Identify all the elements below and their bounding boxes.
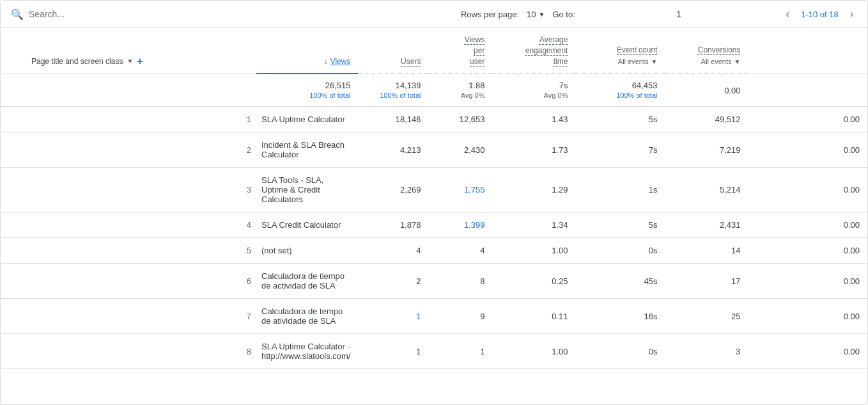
ec-cell-2: 7,219 bbox=[665, 132, 748, 168]
users-cell-1: 12,653 bbox=[428, 107, 492, 132]
aet-cell-6: 45s bbox=[575, 264, 665, 299]
users-column-header[interactable]: Users bbox=[358, 28, 428, 74]
ec-cell-4: 2,431 bbox=[665, 212, 748, 238]
views-column-header[interactable]: ↓ Views bbox=[256, 28, 358, 74]
rows-per-page-select[interactable]: 10 ▼ bbox=[527, 10, 545, 19]
table-row: 7 Calculadora de tempo de atividade de S… bbox=[1, 299, 867, 334]
vpu-cell-4: 1.34 bbox=[492, 212, 575, 238]
aet-cell-2: 7s bbox=[575, 132, 665, 168]
users-label: Users bbox=[401, 57, 421, 66]
totals-conv-cell: 0.00 bbox=[665, 74, 748, 107]
table-row: 3 SLA Tools - SLA, Uptime & Credit Calcu… bbox=[1, 168, 867, 212]
event-count-sub[interactable]: All events bbox=[618, 57, 649, 67]
vpu-label: Views per user bbox=[465, 35, 485, 66]
dim-col-label: Page title and screen class bbox=[31, 56, 123, 67]
page-name-cell-5[interactable]: (not set) bbox=[256, 238, 358, 264]
users-cell-3: 1,755 bbox=[428, 168, 492, 212]
rows-per-page-label: Rows per page: bbox=[461, 10, 519, 19]
vpu-column-header: Views per user bbox=[428, 28, 492, 74]
users-cell-2: 2,430 bbox=[428, 132, 492, 168]
table-header-row: Page title and screen class ▼ + ↓ Views … bbox=[1, 28, 867, 74]
event-count-dropdown-icon[interactable]: ▼ bbox=[651, 58, 658, 67]
pagination-area: Rows per page: 10 ▼ Go to: ‹ 1-10 of 18 … bbox=[461, 7, 857, 21]
conv-cell-2: 0.00 bbox=[748, 132, 867, 168]
conversions-label: Conversions bbox=[698, 45, 741, 54]
prev-page-button[interactable]: ‹ bbox=[782, 7, 793, 21]
views-cell-8: 1 bbox=[358, 334, 428, 369]
page-info: 1-10 of 18 bbox=[801, 10, 839, 19]
totals-users-cell: 14,139 100% of total bbox=[358, 74, 428, 107]
table-row: 8 SLA Uptime Calculator - http://www.sla… bbox=[1, 334, 867, 369]
conv-cell-5: 0.00 bbox=[748, 238, 867, 264]
views-cell-3: 2,269 bbox=[358, 168, 428, 212]
table-row: 5 (not set) 4 4 1.00 0s 14 0.00 bbox=[1, 238, 867, 264]
row-number-8: 8 bbox=[1, 334, 256, 369]
conv-cell-4: 0.00 bbox=[748, 212, 867, 238]
conv-cell-7: 0.00 bbox=[748, 299, 867, 334]
vpu-cell-5: 1.00 bbox=[492, 238, 575, 264]
users-cell-8: 1 bbox=[428, 334, 492, 369]
page-name-cell-4[interactable]: SLA Credit Calculator bbox=[256, 212, 358, 238]
data-table: Page title and screen class ▼ + ↓ Views … bbox=[1, 28, 867, 369]
rows-chevron-icon: ▼ bbox=[538, 11, 545, 18]
users-cell-7: 9 bbox=[428, 299, 492, 334]
views-cell-7: 1 bbox=[358, 299, 428, 334]
search-input[interactable] bbox=[29, 9, 221, 19]
page-name-cell-3[interactable]: SLA Tools - SLA, Uptime & Credit Calcula… bbox=[256, 168, 358, 212]
ec-cell-3: 5,214 bbox=[665, 168, 748, 212]
conversions-dropdown-icon[interactable]: ▼ bbox=[734, 58, 741, 67]
event-count-label: Event count bbox=[617, 45, 657, 54]
aet-column-header: Average engagement time bbox=[492, 28, 575, 74]
aet-label: Average engagement time bbox=[525, 35, 568, 66]
totals-views-cell: 26,515 100% of total bbox=[256, 74, 358, 107]
vpu-cell-8: 1.00 bbox=[492, 334, 575, 369]
row-number-6: 6 bbox=[1, 264, 256, 299]
page-name-cell-7[interactable]: Calculadora de tempo de atividade de SLA bbox=[256, 299, 358, 334]
dim-dropdown-icon[interactable]: ▼ bbox=[127, 57, 133, 66]
row-number-3: 3 bbox=[1, 168, 256, 212]
aet-cell-3: 1s bbox=[575, 168, 665, 212]
vpu-cell-2: 1.73 bbox=[492, 132, 575, 168]
ec-cell-1: 49,512 bbox=[665, 107, 748, 132]
ec-cell-8: 3 bbox=[665, 334, 748, 369]
ec-cell-6: 17 bbox=[665, 264, 748, 299]
views-cell-4: 1,878 bbox=[358, 212, 428, 238]
search-icon: 🔍 bbox=[11, 8, 24, 20]
vpu-cell-6: 0.25 bbox=[492, 264, 575, 299]
page-name-cell-2[interactable]: Incident & SLA Breach Calculator bbox=[256, 132, 358, 168]
next-page-button[interactable]: › bbox=[846, 7, 857, 21]
event-count-column-header: Event count All events ▼ bbox=[575, 28, 665, 74]
page-name-cell-6[interactable]: Calculadora de tiempo de actividad de SL… bbox=[256, 264, 358, 299]
row-number-4: 4 bbox=[1, 212, 256, 238]
add-dimension-button[interactable]: + bbox=[137, 56, 143, 67]
row-number-2: 2 bbox=[1, 132, 256, 168]
conv-cell-1: 0.00 bbox=[748, 107, 867, 132]
users-cell-4: 1,399 bbox=[428, 212, 492, 238]
views-cell-5: 4 bbox=[358, 238, 428, 264]
aet-cell-1: 5s bbox=[575, 107, 665, 132]
sort-arrow-icon: ↓ bbox=[324, 56, 328, 67]
conversions-column-header: Conversions All events ▼ bbox=[665, 28, 748, 74]
page-name-cell-1[interactable]: SLA Uptime Calculator bbox=[256, 107, 358, 132]
totals-row: 26,515 100% of total 14,139 100% of tota… bbox=[1, 74, 867, 107]
vpu-cell-7: 0.11 bbox=[492, 299, 575, 334]
views-label: Views bbox=[330, 56, 351, 67]
search-bar: 🔍 Rows per page: 10 ▼ Go to: ‹ 1-10 of 1… bbox=[1, 1, 867, 28]
aet-cell-5: 0s bbox=[575, 238, 665, 264]
conversions-sub[interactable]: All events bbox=[701, 57, 732, 67]
ec-cell-5: 14 bbox=[665, 238, 748, 264]
row-number-5: 5 bbox=[1, 238, 256, 264]
page-name-cell-8[interactable]: SLA Uptime Calculator - http://www.slato… bbox=[256, 334, 358, 369]
users-cell-5: 4 bbox=[428, 238, 492, 264]
totals-dim-cell bbox=[1, 74, 256, 107]
conv-cell-6: 0.00 bbox=[748, 264, 867, 299]
views-cell-6: 2 bbox=[358, 264, 428, 299]
views-cell-1: 18,146 bbox=[358, 107, 428, 132]
goto-input[interactable] bbox=[583, 9, 775, 19]
dim-column-header: Page title and screen class ▼ + bbox=[1, 28, 256, 74]
vpu-cell-1: 1.43 bbox=[492, 107, 575, 132]
table-row: 2 Incident & SLA Breach Calculator 4,213… bbox=[1, 132, 867, 168]
row-number-7: 7 bbox=[1, 299, 256, 334]
aet-cell-8: 0s bbox=[575, 334, 665, 369]
views-cell-2: 4,213 bbox=[358, 132, 428, 168]
